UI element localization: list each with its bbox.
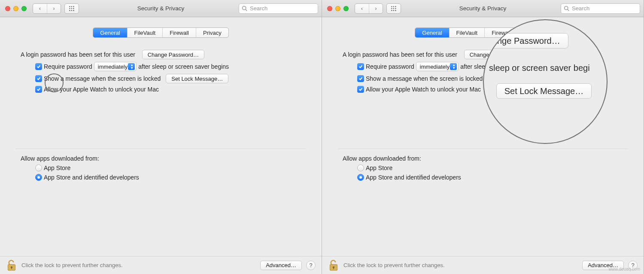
search-field[interactable] <box>239 3 318 14</box>
unlock-icon[interactable] <box>6 259 17 272</box>
gatekeeper-heading: Allow apps downloaded from: <box>343 155 421 162</box>
search-input[interactable] <box>249 5 315 12</box>
back-button[interactable]: ‹ <box>355 4 369 13</box>
allow-identified-radio[interactable] <box>357 174 364 181</box>
section-divider <box>337 149 628 149</box>
tab-privacy[interactable]: Privacy <box>196 28 228 37</box>
gatekeeper-section: Allow apps downloaded from: App Store Ap… <box>21 155 301 181</box>
show-lock-message-checkbox[interactable] <box>357 75 364 82</box>
show-lock-message-label: Show a message when the screen is locked <box>44 75 161 82</box>
forward-button[interactable]: › <box>47 4 61 13</box>
checkmark-icon <box>358 64 363 69</box>
svg-rect-4 <box>11 267 12 269</box>
traffic-lights <box>5 6 27 11</box>
updown-arrows-icon: ▲▼ <box>130 64 134 70</box>
chevron-left-icon: ‹ <box>39 6 41 12</box>
tab-filevault[interactable]: FileVault <box>127 28 163 37</box>
allow-appstore-radio[interactable] <box>35 164 42 171</box>
zoom-window-button[interactable] <box>343 6 349 11</box>
close-window-button[interactable] <box>5 6 10 11</box>
forward-button[interactable]: › <box>369 4 383 13</box>
gatekeeper-section: Allow apps downloaded from: App Store Ap… <box>343 155 623 181</box>
nav-back-forward: ‹ › <box>33 3 61 14</box>
require-password-delay-value: immediately <box>420 64 450 70</box>
back-button[interactable]: ‹ <box>33 4 47 13</box>
search-icon <box>564 6 569 11</box>
apple-watch-unlock-label: Allow your Apple Watch to unlock your Ma… <box>44 86 159 93</box>
unlock-icon[interactable] <box>328 259 339 272</box>
login-password-text: A login password has been set for this u… <box>21 51 135 58</box>
require-password-checkbox[interactable] <box>35 63 42 70</box>
checkmark-icon <box>358 76 363 81</box>
lock-hint-text: Click the lock to prevent further change… <box>343 262 445 268</box>
traffic-lights <box>327 6 349 11</box>
search-input[interactable] <box>571 5 637 12</box>
chevron-right-icon: › <box>53 6 55 12</box>
gatekeeper-heading: Allow apps downloaded from: <box>21 155 99 162</box>
annotation-magnifier: nge Password… sleep or screen saver begi… <box>483 19 608 144</box>
apple-watch-unlock-checkbox[interactable] <box>357 86 364 93</box>
svg-point-5 <box>565 6 568 10</box>
minimize-window-button[interactable] <box>335 6 340 11</box>
login-password-text: A login password has been set for this u… <box>343 51 457 58</box>
require-password-delay-select[interactable]: immediately ▲▼ <box>416 62 459 71</box>
tabs: General FileVault Firewall Privacy <box>15 27 306 38</box>
checkmark-icon <box>36 87 41 91</box>
show-lock-message-label: Show a message when the screen is locked <box>366 75 483 82</box>
allow-identified-label: App Store and identified developers <box>366 174 461 181</box>
tab-general[interactable]: General <box>415 28 449 37</box>
footer: Click the lock to prevent further change… <box>322 256 644 274</box>
updown-arrows-icon: ▲▼ <box>452 64 456 70</box>
tab-general[interactable]: General <box>93 28 127 37</box>
allow-appstore-label: App Store <box>44 164 70 171</box>
section-divider <box>15 149 306 149</box>
require-password-delay-value: immediately <box>98 64 128 70</box>
titlebar: ‹ › Security & Privacy <box>322 0 644 17</box>
help-button[interactable]: ? <box>306 261 316 270</box>
close-window-button[interactable] <box>327 6 332 11</box>
footer: Click the lock to prevent further change… <box>0 256 322 274</box>
require-password-delay-select[interactable]: immediately ▲▼ <box>94 62 137 71</box>
checkmark-icon <box>358 87 363 91</box>
require-password-label: Require password <box>44 63 92 70</box>
prefs-window-left: ‹ › Security & Privacy General FileVault… <box>0 0 322 274</box>
watermark-text: www.deuaq.com <box>609 267 640 271</box>
lock-hint-text: Click the lock to prevent further change… <box>21 262 123 268</box>
grid-icon <box>391 6 397 12</box>
checkmark-icon <box>36 76 41 81</box>
require-password-label: Require password <box>366 63 414 70</box>
chevron-left-icon: ‹ <box>361 6 363 12</box>
magnified-sleep-text: sleep or screen saver begi <box>489 63 590 73</box>
svg-line-1 <box>246 9 247 11</box>
magnified-set-lock-message-button[interactable]: Set Lock Message… <box>496 83 592 99</box>
allow-identified-label: App Store and identified developers <box>44 174 139 181</box>
set-lock-message-button[interactable]: Set Lock Message… <box>166 74 228 83</box>
tab-filevault[interactable]: FileVault <box>449 28 485 37</box>
allow-appstore-radio[interactable] <box>357 164 364 171</box>
require-password-checkbox[interactable] <box>357 63 364 70</box>
allow-identified-radio[interactable] <box>35 174 42 181</box>
apple-watch-unlock-checkbox[interactable] <box>35 86 42 93</box>
svg-point-0 <box>243 6 246 10</box>
change-password-button[interactable]: Change Password… <box>142 50 204 59</box>
require-password-tail: after sleep or screen saver begins <box>138 63 229 70</box>
tab-firewall[interactable]: Firewall <box>162 28 196 37</box>
nav-back-forward: ‹ › <box>355 3 383 14</box>
minimize-window-button[interactable] <box>13 6 18 11</box>
apple-watch-unlock-label: Allow your Apple Watch to unlock your Ma… <box>366 86 481 93</box>
prefs-window-right: ‹ › Security & Privacy General FileVault… <box>322 0 644 274</box>
allow-appstore-label: App Store <box>366 164 392 171</box>
login-password-section: A login password has been set for this u… <box>21 50 301 93</box>
svg-line-6 <box>568 9 569 11</box>
checkmark-icon <box>36 64 41 69</box>
show-lock-message-checkbox[interactable] <box>35 75 42 82</box>
grid-icon <box>69 6 75 12</box>
search-icon <box>242 6 247 11</box>
tabgroup: General FileVault Firewall Privacy <box>93 27 228 38</box>
search-field[interactable] <box>561 3 640 14</box>
show-all-prefs-button[interactable] <box>64 3 79 14</box>
show-all-prefs-button[interactable] <box>386 3 401 14</box>
zoom-window-button[interactable] <box>21 6 27 11</box>
content-area: General FileVault Firewall Privacy A log… <box>0 17 322 256</box>
advanced-button[interactable]: Advanced… <box>260 261 302 270</box>
